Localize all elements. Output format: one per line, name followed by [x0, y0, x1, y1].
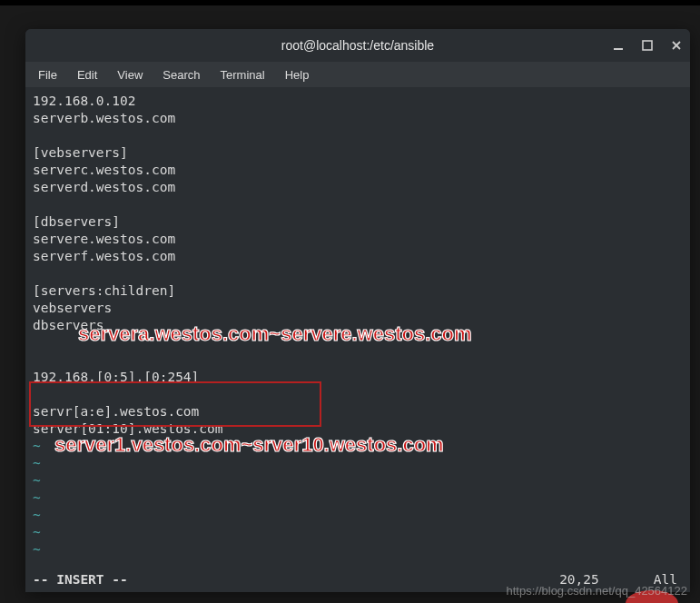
- vim-statusbar: -- INSERT -- 20,25 All: [33, 571, 683, 588]
- vim-tilde: ~: [33, 541, 683, 559]
- vim-tilde: ~: [33, 524, 683, 541]
- terminal-line: [33, 351, 683, 369]
- terminal-line: serverf.westos.com: [33, 248, 683, 265]
- terminal-line: [servers:children]: [33, 282, 683, 300]
- maximize-button[interactable]: [641, 39, 654, 52]
- terminal-line: [33, 265, 683, 282]
- terminal-line: 192.168.[0:5].[0:254]: [33, 369, 683, 386]
- menu-view[interactable]: View: [108, 64, 152, 85]
- svg-rect-0: [614, 48, 623, 50]
- terminal-line: [33, 334, 683, 351]
- terminal-line: servere.westos.com: [33, 231, 683, 248]
- menu-edit[interactable]: Edit: [68, 64, 106, 85]
- terminal-area[interactable]: 192.168.0.102serverb.westos.com [vebserv…: [25, 87, 690, 592]
- terminal-content: 192.168.0.102serverb.westos.com [vebserv…: [33, 93, 683, 438]
- terminal-line: [33, 127, 683, 144]
- terminal-line: [33, 196, 683, 213]
- vim-scroll-percent: All: [654, 571, 683, 588]
- vim-tilde: ~: [33, 507, 683, 524]
- window-title: root@localhost:/etc/ansible: [281, 38, 434, 53]
- terminal-window: root@localhost:/etc/ansible File Edit Vi…: [25, 29, 690, 592]
- window-controls: [612, 29, 683, 62]
- menu-terminal[interactable]: Terminal: [212, 64, 274, 85]
- terminal-line: serverd.westos.com: [33, 179, 683, 196]
- terminal-line: serverb.westos.com: [33, 110, 683, 127]
- close-button[interactable]: [670, 39, 683, 52]
- vim-tilde: ~: [33, 472, 683, 489]
- terminal-line: server[01:10].westos.com: [33, 420, 683, 438]
- menu-search[interactable]: Search: [153, 64, 209, 85]
- menu-file[interactable]: File: [29, 64, 66, 85]
- minimize-button[interactable]: [612, 39, 625, 52]
- terminal-line: [33, 386, 683, 403]
- vim-tilde: ~: [33, 438, 683, 455]
- decorative-blob: [626, 590, 678, 603]
- titlebar: root@localhost:/etc/ansible: [25, 29, 690, 62]
- vim-mode: -- INSERT --: [33, 571, 128, 588]
- menubar: File Edit View Search Terminal Help: [25, 62, 690, 87]
- vim-tilde-lines: ~~~~~~~: [33, 438, 683, 559]
- terminal-line: servr[a:e].westos.com: [33, 403, 683, 420]
- vim-cursor-position: 20,25: [559, 571, 654, 588]
- terminal-line: 192.168.0.102: [33, 93, 683, 110]
- terminal-line: dbservers: [33, 317, 683, 334]
- terminal-line: [vebservers]: [33, 144, 683, 162]
- vim-tilde: ~: [33, 455, 683, 472]
- terminal-line: vebservers: [33, 300, 683, 317]
- vim-tilde: ~: [33, 489, 683, 507]
- menu-help[interactable]: Help: [276, 64, 319, 85]
- svg-rect-1: [643, 41, 652, 50]
- terminal-line: serverc.westos.com: [33, 162, 683, 179]
- terminal-line: [dbservers]: [33, 213, 683, 231]
